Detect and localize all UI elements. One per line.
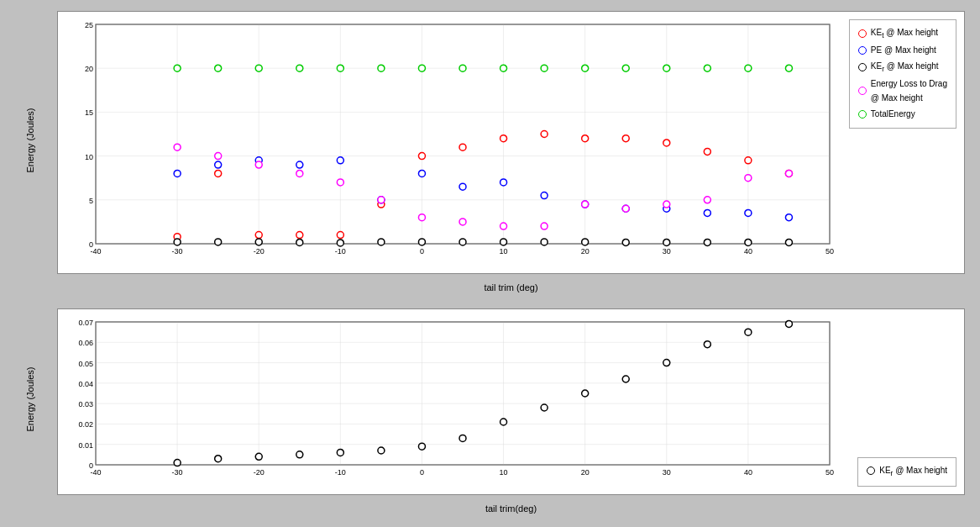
svg-text:0: 0 [420, 468, 424, 477]
svg-point-56 [418, 170, 425, 177]
svg-point-154 [255, 453, 262, 460]
svg-text:0.02: 0.02 [78, 420, 93, 429]
svg-text:-40: -40 [90, 468, 101, 477]
chart2-x-label: tail trim(deg) [57, 497, 965, 520]
svg-point-57 [459, 183, 466, 190]
svg-point-111 [704, 65, 710, 71]
svg-point-37 [296, 232, 303, 239]
svg-point-82 [174, 144, 181, 150]
svg-point-38 [337, 232, 343, 239]
svg-point-156 [337, 449, 343, 456]
svg-point-78 [663, 239, 670, 245]
svg-point-84 [255, 161, 262, 168]
svg-text:20: 20 [581, 247, 590, 256]
svg-point-110 [663, 65, 670, 71]
svg-point-158 [418, 443, 425, 450]
svg-text:-20: -20 [254, 247, 265, 256]
svg-point-76 [582, 239, 589, 245]
chart2-wrapper: Energy (Joules) 00.010.020.030.040.050.0… [7, 304, 973, 520]
legend-item-total: TotalEnergy [858, 107, 947, 121]
svg-point-152 [174, 459, 181, 466]
svg-point-96 [745, 175, 752, 182]
svg-point-86 [337, 179, 343, 186]
svg-rect-0 [96, 24, 830, 244]
svg-point-95 [704, 197, 710, 203]
svg-point-88 [418, 214, 425, 221]
svg-point-90 [500, 223, 507, 229]
svg-point-87 [378, 197, 385, 203]
svg-point-36 [255, 232, 262, 239]
svg-point-66 [174, 239, 181, 245]
svg-text:0.04: 0.04 [78, 380, 93, 388]
svg-point-44 [582, 135, 589, 142]
svg-text:0.05: 0.05 [78, 359, 93, 367]
svg-point-106 [500, 65, 507, 71]
svg-point-74 [500, 239, 507, 245]
legend-item-pe: PE @ Max height [858, 43, 947, 57]
svg-point-107 [541, 65, 548, 71]
svg-text:30: 30 [663, 247, 671, 256]
svg-point-162 [582, 390, 589, 397]
svg-point-41 [459, 144, 466, 150]
svg-text:0.07: 0.07 [78, 319, 93, 327]
svg-text:40: 40 [744, 468, 752, 477]
svg-text:15: 15 [85, 108, 93, 117]
svg-point-92 [582, 201, 589, 208]
chart1-x-label: tail trim (deg) [57, 276, 965, 299]
svg-point-47 [704, 148, 710, 155]
svg-point-94 [663, 201, 670, 208]
chart1-plot-area: 0510152025-40-30-20-1001020304050 [57, 11, 965, 274]
svg-point-160 [500, 419, 507, 425]
legend-icon-drag [858, 87, 867, 95]
svg-text:0.03: 0.03 [78, 400, 93, 408]
svg-point-155 [296, 451, 303, 458]
svg-point-71 [378, 239, 385, 245]
svg-point-83 [215, 153, 222, 160]
svg-point-85 [296, 170, 303, 177]
svg-point-104 [418, 65, 425, 71]
svg-point-65 [785, 214, 792, 221]
svg-point-43 [541, 131, 548, 138]
svg-point-51 [215, 161, 222, 168]
svg-text:30: 30 [663, 468, 671, 477]
svg-point-166 [745, 329, 752, 335]
svg-point-48 [745, 157, 752, 164]
svg-point-113 [785, 65, 792, 71]
svg-point-45 [622, 135, 629, 142]
svg-text:-30: -30 [172, 468, 183, 477]
svg-point-167 [785, 320, 792, 327]
svg-text:-10: -10 [335, 468, 346, 477]
svg-text:-10: -10 [335, 247, 346, 256]
svg-point-50 [174, 170, 181, 177]
chart1-y-label: Energy (Joules) [7, 7, 53, 274]
svg-point-54 [337, 157, 343, 164]
svg-point-164 [663, 359, 670, 366]
svg-point-161 [541, 404, 548, 411]
svg-text:0.01: 0.01 [78, 441, 93, 450]
legend-item-drag: Energy Loss to Drag@ Max height [858, 76, 947, 105]
svg-text:-40: -40 [90, 247, 101, 256]
svg-point-102 [337, 65, 343, 71]
legend-item-ker: KEr @ Max height [858, 59, 947, 75]
svg-point-68 [255, 239, 262, 245]
svg-point-91 [541, 223, 548, 229]
chart2-plot-area: 00.010.020.030.040.050.060.07-40-30-20-1… [57, 308, 965, 495]
svg-point-99 [215, 65, 222, 71]
svg-point-72 [418, 239, 425, 245]
svg-point-101 [296, 65, 303, 71]
svg-point-46 [663, 140, 670, 146]
svg-point-42 [500, 135, 507, 142]
svg-point-103 [378, 65, 385, 71]
svg-point-70 [337, 240, 343, 246]
legend-icon-ker [858, 63, 867, 71]
svg-text:20: 20 [85, 65, 93, 73]
svg-point-165 [704, 341, 710, 348]
chart1-wrapper: Energy (Joules) 0510152025-40-30-20-1001… [7, 7, 973, 299]
app-container: Energy (Joules) 0510152025-40-30-20-1001… [0, 0, 980, 527]
svg-text:-20: -20 [254, 468, 265, 477]
svg-text:50: 50 [825, 247, 834, 256]
svg-text:40: 40 [744, 247, 752, 256]
svg-point-64 [745, 209, 752, 216]
svg-text:10: 10 [500, 247, 508, 256]
svg-rect-114 [96, 322, 830, 465]
